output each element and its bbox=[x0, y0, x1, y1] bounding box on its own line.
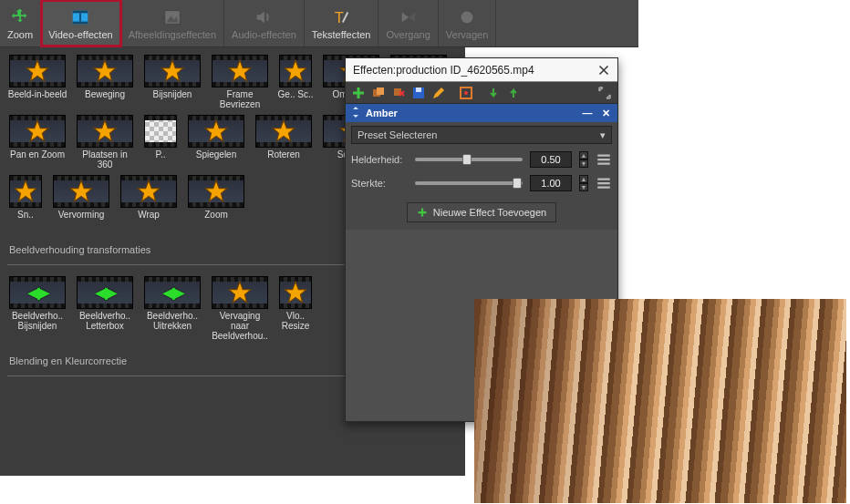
plus-icon bbox=[417, 207, 428, 218]
effect-item[interactable]: Frame Bevriezen bbox=[210, 55, 270, 109]
svg-text:T: T bbox=[335, 8, 344, 25]
effect-item[interactable]: ◀▶Beeldverho.. Letterbox bbox=[75, 276, 135, 341]
svg-marker-11 bbox=[229, 60, 251, 81]
add-effect-icon[interactable] bbox=[349, 84, 368, 102]
svg-marker-8 bbox=[26, 60, 48, 81]
svg-rect-3 bbox=[79, 13, 81, 21]
audio-effects-label: Audio-effecten bbox=[232, 29, 296, 40]
effect-item[interactable]: Ge.. Sc.. bbox=[277, 55, 314, 109]
expand-icon[interactable] bbox=[596, 84, 614, 102]
image-icon bbox=[162, 7, 182, 27]
delete-layer-icon[interactable] bbox=[389, 84, 408, 102]
add-new-effect-label: Nieuwe Effect Toevoegen bbox=[433, 207, 546, 218]
transition-button[interactable]: Overgang bbox=[378, 0, 438, 46]
svg-marker-9 bbox=[94, 60, 116, 81]
video-preview bbox=[474, 299, 846, 503]
stretch-arrows-icon: ◀▶ bbox=[162, 283, 182, 303]
menu-icon[interactable] bbox=[596, 175, 612, 191]
video-effects-label: Video-effecten bbox=[48, 29, 113, 40]
param-row-sterkte: Sterkte: 1.00 ▲▼ bbox=[346, 171, 617, 195]
slider-knob[interactable] bbox=[513, 178, 522, 189]
zoom-move-icon bbox=[10, 7, 30, 27]
image-effects-button[interactable]: Afbeeldingseffecten bbox=[121, 0, 224, 46]
effect-item[interactable]: Bijsnijden bbox=[142, 55, 202, 109]
add-effect-row: Nieuwe Effect Toevoegen bbox=[346, 195, 617, 230]
effect-item[interactable]: ◀▶Beeldverho.. Uitrekken bbox=[142, 276, 202, 341]
svg-point-33 bbox=[464, 91, 468, 95]
effect-item[interactable]: Spiegelen bbox=[186, 115, 246, 170]
effect-item[interactable]: Sn.. bbox=[7, 175, 44, 230]
move-down-icon[interactable] bbox=[484, 84, 503, 102]
collapse-icon[interactable]: — bbox=[581, 108, 594, 118]
strength-slider[interactable] bbox=[415, 181, 523, 185]
strength-value[interactable]: 1.00 bbox=[530, 175, 572, 191]
brightness-slider[interactable] bbox=[415, 158, 523, 161]
transition-icon bbox=[399, 7, 419, 27]
close-icon[interactable] bbox=[594, 60, 614, 80]
svg-point-7 bbox=[461, 11, 473, 23]
add-new-effect-button[interactable]: Nieuwe Effect Toevoegen bbox=[407, 202, 556, 222]
crop-arrows-icon: ◀▶ bbox=[27, 283, 47, 303]
dialog-title-prefix: Effecten: bbox=[353, 64, 396, 77]
svg-rect-28 bbox=[377, 87, 384, 95]
main-toolbar: Zoom Video-effecten Afbeeldingseffecten … bbox=[0, 0, 638, 47]
effect-item[interactable]: Beweging bbox=[75, 55, 135, 109]
effect-item[interactable]: Plaatsen in 360 bbox=[75, 115, 135, 170]
effect-item[interactable]: Zoom bbox=[186, 175, 246, 230]
effect-item[interactable]: Vervaging naar Beeldverhou.. bbox=[210, 276, 270, 341]
slider-knob[interactable] bbox=[462, 154, 472, 165]
move-up-icon[interactable] bbox=[504, 84, 523, 102]
param-label: Helderheid: bbox=[351, 154, 408, 165]
image-effects-label: Afbeeldingseffecten bbox=[129, 29, 216, 40]
svg-marker-23 bbox=[138, 180, 160, 201]
dialog-toolbar bbox=[346, 82, 617, 104]
effect-item[interactable]: Pan en Zoom bbox=[7, 115, 67, 170]
duplicate-layer-icon[interactable] bbox=[369, 84, 388, 102]
blur-icon bbox=[457, 7, 477, 27]
svg-marker-18 bbox=[273, 120, 295, 141]
effect-item[interactable]: ◀▶Beeldverho.. Bijsnijden bbox=[7, 276, 67, 341]
svg-rect-31 bbox=[416, 87, 421, 92]
svg-marker-25 bbox=[229, 282, 251, 303]
svg-marker-24 bbox=[205, 180, 227, 201]
save-icon[interactable] bbox=[409, 84, 428, 102]
text-effects-button[interactable]: T Teksteffecten bbox=[305, 0, 379, 46]
effect-header[interactable]: Amber — ✕ bbox=[346, 104, 617, 122]
drag-handle-icon[interactable] bbox=[351, 107, 360, 119]
svg-marker-10 bbox=[161, 60, 183, 81]
film-icon bbox=[70, 7, 90, 27]
effect-item[interactable]: Vervorming bbox=[51, 175, 111, 230]
svg-marker-12 bbox=[285, 60, 306, 81]
effect-item[interactable]: Wrap bbox=[119, 175, 179, 230]
dialog-titlebar[interactable]: Effecten: production ID_4620565.mp4 bbox=[346, 58, 617, 82]
svg-marker-17 bbox=[205, 120, 227, 141]
transition-label: Overgang bbox=[386, 29, 430, 40]
chevron-down-icon: ▾ bbox=[600, 129, 606, 141]
preset-placeholder: Preset Selecteren bbox=[358, 129, 437, 140]
remove-effect-icon[interactable]: ✕ bbox=[599, 108, 612, 119]
svg-rect-2 bbox=[73, 21, 88, 24]
brightness-value[interactable]: 0.50 bbox=[530, 151, 572, 168]
effect-name: Amber bbox=[366, 108, 398, 118]
effect-item[interactable]: P.. bbox=[142, 115, 179, 170]
blur-button[interactable]: Vervagen bbox=[439, 0, 496, 46]
text-effects-label: Teksteffecten bbox=[312, 29, 371, 40]
svg-marker-22 bbox=[70, 180, 92, 201]
brightness-stepper[interactable]: ▲▼ bbox=[579, 151, 588, 168]
audio-effects-button[interactable]: Audio-effecten bbox=[224, 0, 305, 46]
effect-item[interactable]: Beeld-in-beeld bbox=[7, 55, 67, 109]
zoom-button[interactable]: Zoom bbox=[0, 0, 41, 46]
edit-icon[interactable] bbox=[430, 84, 448, 102]
param-row-helderheid: Helderheid: 0.50 ▲▼ bbox=[346, 148, 617, 171]
svg-marker-16 bbox=[94, 120, 116, 141]
svg-marker-15 bbox=[26, 120, 48, 141]
region-icon[interactable] bbox=[457, 84, 475, 102]
video-effects-button[interactable]: Video-effecten bbox=[41, 0, 121, 46]
dialog-title-file: production ID_4620565.mp4 bbox=[396, 64, 534, 77]
effect-item[interactable]: Vlo.. Resize bbox=[277, 276, 314, 341]
strength-stepper[interactable]: ▲▼ bbox=[579, 175, 588, 191]
effect-item[interactable]: Roteren bbox=[254, 115, 314, 170]
svg-marker-26 bbox=[285, 282, 306, 303]
preset-select[interactable]: Preset Selecteren ▾ bbox=[351, 126, 612, 144]
menu-icon[interactable] bbox=[596, 151, 612, 168]
